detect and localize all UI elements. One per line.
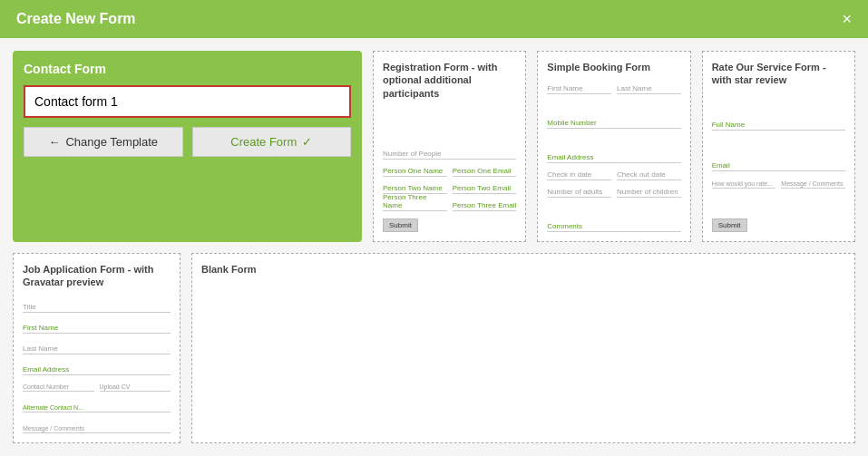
contact-form-panel: Contact Form ← Change Template Create Fo… (13, 51, 362, 242)
form-name-input[interactable] (24, 85, 351, 118)
job-field-title: Title (23, 296, 171, 313)
job-field-alternate: Alternate Contact N... (23, 395, 171, 412)
reg-row-2: Person Two Name Person Two Email (383, 181, 516, 194)
create-new-form-modal: Create New Form × Contact Form ← Change … (0, 0, 868, 456)
modal-body: Contact Form ← Change Template Create Fo… (0, 38, 868, 456)
reg-field-person-one-name: Person One Name (383, 164, 447, 177)
rate-row-review: How would you rate... Message / Comments (712, 176, 845, 189)
booking-field-mobile: Mobile Number (547, 99, 680, 129)
job-field-message: Message / Comments (23, 416, 171, 433)
reg-field-person-two-name: Person Two Name (383, 181, 447, 194)
contact-form-panel-title: Contact Form (24, 62, 351, 76)
modal-header: Create New Form × (0, 0, 868, 38)
modal-title: Create New Form (16, 11, 136, 27)
job-field-contact-number: Contact Number (23, 379, 94, 392)
create-form-label: Create Form (230, 135, 297, 149)
reg-field-person-two-email: Person Two Email (453, 181, 517, 194)
job-row-contact: Contact Number Upload CV (23, 379, 171, 392)
registration-form-title: Registration Form - with optional additi… (383, 61, 516, 100)
registration-form-card[interactable]: Registration Form - with optional additi… (373, 51, 526, 242)
rate-field-fullname: Full Name (712, 95, 845, 131)
reg-field-person-one-email: Person One Email (453, 164, 517, 177)
booking-field-checkin: Check in date (547, 168, 611, 180)
reg-row-1: Person One Name Person One Email (383, 164, 516, 177)
change-template-button[interactable]: ← Change Template (24, 127, 183, 157)
rate-submit-button[interactable]: Submit (712, 218, 747, 232)
bottom-row: Job Application Form - with Gravatar pre… (13, 253, 855, 444)
booking-row-guests: Number of adults Number of children (547, 185, 680, 198)
job-form-title: Job Application Form - with Gravatar pre… (23, 263, 171, 289)
rate-field-email: Email (712, 135, 845, 170)
blank-form-card[interactable]: Blank Form (191, 253, 855, 444)
rate-field-message: Message / Comments (781, 176, 845, 189)
job-field-upload-cv: Upload CV (100, 379, 171, 392)
booking-field-checkout: Check out date (617, 168, 681, 180)
reg-field-person-three-email: Person Three Email (453, 199, 517, 211)
rate-field-how-rate: How would you rate... (712, 176, 776, 189)
booking-field-adults: Number of adults (547, 185, 611, 198)
job-field-first-name: First Name (23, 316, 171, 334)
rate-form-title: Rate Our Service Form - with star review (712, 61, 845, 87)
arrow-left-icon: ← (48, 135, 60, 149)
job-field-email: Email Address (23, 358, 171, 375)
booking-row-dates: Check in date Check out date (547, 168, 680, 180)
reg-field-number-of-people: Number of People (383, 108, 516, 160)
booking-field-last-name: Last Name (617, 82, 681, 94)
change-template-label: Change Template (65, 135, 158, 149)
reg-row-3: Person Three Name Person Three Email (383, 199, 516, 211)
check-icon: ✓ (302, 135, 312, 149)
job-field-last-name: Last Name (23, 337, 171, 354)
reg-field-person-three-name: Person Three Name (383, 199, 447, 211)
create-form-button[interactable]: Create Form ✓ (192, 127, 352, 157)
job-application-form-card[interactable]: Job Application Form - with Gravatar pre… (13, 253, 180, 444)
reg-submit-button[interactable]: Submit (383, 218, 418, 232)
contact-form-buttons: ← Change Template Create Form ✓ (24, 127, 351, 157)
booking-field-comments: Comments (547, 202, 680, 232)
close-button[interactable]: × (842, 11, 852, 27)
booking-field-email: Email Address (547, 133, 680, 163)
booking-row-name: First Name Last Name (547, 82, 680, 94)
simple-booking-form-card[interactable]: Simple Booking Form First Name Last Name… (537, 51, 690, 242)
booking-form-title: Simple Booking Form (547, 61, 680, 73)
booking-field-children: Number of children (617, 185, 681, 198)
blank-form-title: Blank Form (201, 263, 845, 276)
booking-field-first-name: First Name (547, 82, 611, 94)
rate-service-form-card[interactable]: Rate Our Service Form - with star review… (702, 51, 855, 242)
top-row: Contact Form ← Change Template Create Fo… (13, 51, 855, 242)
